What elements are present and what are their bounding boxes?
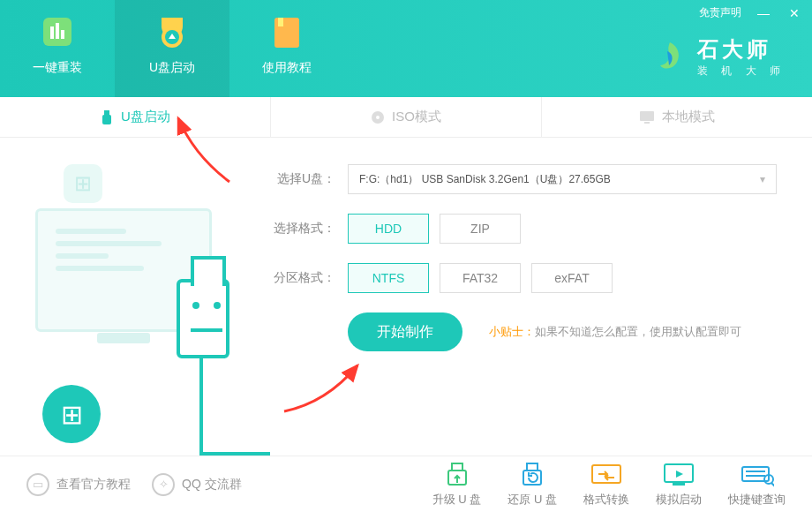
brand-name: 石大师 [697, 35, 786, 64]
svg-point-14 [192, 302, 199, 309]
svg-rect-17 [452, 463, 462, 471]
nav-tabs: 一键重装 U盘启动 使用教程 [0, 0, 344, 97]
format-convert-icon [590, 462, 623, 488]
usb-select-value: F:G:（hd1） USB SanDisk 3.2Gen1（U盘）27.65GB [359, 172, 611, 187]
svg-rect-8 [104, 110, 109, 115]
usb-select[interactable]: F:G:（hd1） USB SanDisk 3.2Gen1（U盘）27.65GB… [348, 164, 777, 194]
action-restore-usb[interactable]: 还原 U 盘 [508, 462, 557, 508]
usb-boot-icon [151, 11, 193, 53]
book-icon: ▭ [26, 473, 49, 496]
action-format-convert[interactable]: 格式转换 [583, 462, 629, 508]
tip-label: 小贴士： [489, 325, 535, 338]
svg-rect-12 [640, 111, 654, 121]
svg-rect-19 [527, 463, 538, 471]
reinstall-icon [36, 11, 79, 53]
close-button[interactable]: ✕ [786, 6, 803, 20]
start-button[interactable]: 开始制作 [348, 312, 462, 351]
qq-icon: ✧ [152, 473, 175, 496]
nav-tab-reinstall[interactable]: 一键重装 [0, 0, 115, 97]
tip: 小贴士：如果不知道怎么配置，使用默认配置即可 [489, 324, 741, 340]
action-simulate-boot[interactable]: 模拟启动 [656, 462, 702, 508]
partition-option-fat32[interactable]: FAT32 [440, 263, 521, 293]
format-option-hdd[interactable]: HDD [348, 214, 429, 244]
svg-point-15 [214, 302, 221, 309]
svg-point-11 [376, 116, 380, 119]
annotation-arrow-1 [168, 111, 247, 191]
nav-label: 一键重装 [33, 60, 82, 76]
nav-label: U盘启动 [149, 60, 195, 76]
partition-option-ntfs[interactable]: NTFS [348, 263, 429, 293]
nav-tab-tutorial[interactable]: 使用教程 [229, 0, 344, 97]
tutorial-icon [266, 11, 308, 53]
usb-plug-illust [177, 279, 229, 358]
nav-tab-usb-boot[interactable]: U盘启动 [115, 0, 229, 97]
action-label: 快捷键查询 [728, 492, 786, 508]
action-upgrade-usb[interactable]: 升级 U 盘 [432, 462, 482, 508]
brand-subtitle: 装 机 大 师 [697, 64, 786, 79]
sub-tab-label: U盘启动 [121, 109, 170, 125]
upgrade-usb-icon [440, 462, 474, 488]
sub-tab-iso[interactable]: ISO模式 [271, 97, 542, 137]
action-hotkey-lookup[interactable]: 快捷键查询 [728, 462, 786, 508]
bottom-bar: ▭ 查看官方教程 ✧ QQ 交流群 升级 U 盘 还原 U 盘 格式转换 模拟启… [0, 456, 812, 512]
minimize-button[interactable]: — [754, 6, 773, 20]
svg-rect-16 [191, 328, 222, 332]
simulate-boot-icon [662, 462, 695, 488]
tip-text: 如果不知道怎么配置，使用默认配置即可 [535, 325, 741, 338]
hotkey-lookup-icon [741, 462, 774, 488]
format-option-zip[interactable]: ZIP [440, 214, 521, 244]
action-label: 模拟启动 [656, 492, 702, 508]
sub-tab-label: ISO模式 [392, 109, 441, 125]
svg-rect-2 [56, 23, 59, 39]
windows-deco-icon: ⊞ [64, 164, 102, 203]
official-tutorial-link[interactable]: ▭ 查看官方教程 [26, 473, 131, 496]
link-label: QQ 交流群 [182, 477, 242, 493]
action-label: 还原 U 盘 [508, 492, 557, 508]
svg-rect-1 [50, 26, 54, 39]
main: ⊞ ⊞ 选择U盘： F:G:（hd1） USB SanDisk 3.2Gen1（… [0, 138, 812, 456]
disclaimer-link[interactable]: 免责声明 [699, 5, 741, 20]
action-label: 格式转换 [583, 492, 629, 508]
titlebar: 免责声明 — ✕ [699, 5, 803, 20]
sub-tabs: U盘启动 ISO模式 本地模式 [0, 97, 812, 138]
iso-icon [371, 110, 385, 124]
usb-cable-illust [199, 358, 203, 456]
sub-tab-label: 本地模式 [662, 109, 715, 125]
action-label: 升级 U 盘 [432, 492, 482, 508]
svg-rect-13 [644, 122, 650, 124]
header: 免责声明 — ✕ 一键重装 U盘启动 使用教程 石大师 装 机 大 师 [0, 0, 812, 97]
nav-label: 使用教程 [262, 60, 312, 76]
usb-icon [100, 109, 114, 125]
brand: 石大师 装 机 大 师 [651, 35, 786, 79]
partition-label: 分区格式： [274, 270, 335, 286]
svg-rect-7 [278, 18, 283, 26]
svg-rect-23 [673, 483, 685, 486]
sub-tab-local[interactable]: 本地模式 [542, 97, 812, 137]
usb-select-label: 选择U盘： [274, 171, 335, 187]
brand-logo-icon [651, 39, 688, 76]
format-label: 选择格式： [274, 221, 335, 237]
restore-usb-icon [515, 462, 549, 488]
partition-option-exfat[interactable]: exFAT [531, 263, 613, 293]
svg-line-28 [771, 483, 774, 486]
monitor-icon [639, 110, 655, 124]
chevron-down-icon: ▾ [760, 173, 765, 185]
svg-rect-3 [61, 30, 64, 39]
windows-badge-icon: ⊞ [42, 385, 101, 443]
link-label: 查看官方教程 [56, 477, 131, 493]
annotation-arrow-2 [274, 358, 371, 420]
qq-group-link[interactable]: ✧ QQ 交流群 [152, 473, 242, 496]
svg-rect-9 [102, 115, 111, 124]
